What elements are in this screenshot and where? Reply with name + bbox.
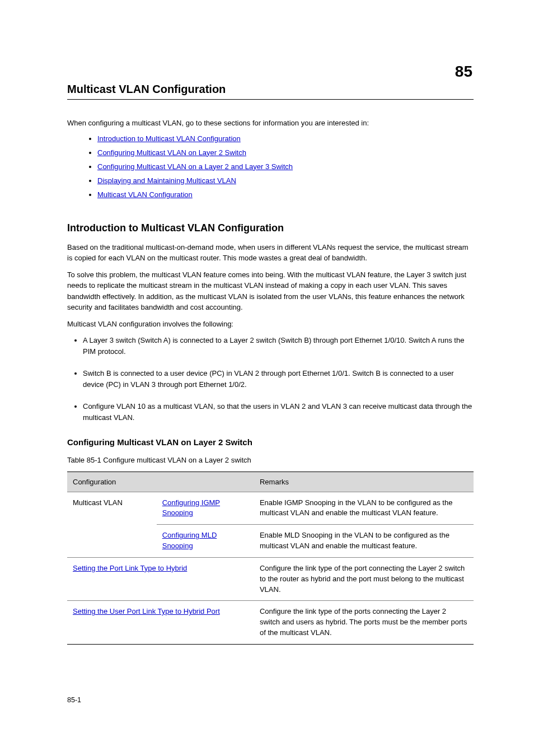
- toc-link[interactable]: Multicast VLAN Configuration: [97, 190, 193, 199]
- table-cell: Setting the User Port Link Type to Hybri…: [67, 601, 254, 645]
- table-link[interactable]: Configuring IGMP Snooping: [162, 498, 220, 517]
- table-cell: Setting the Port Link Type to Hybrid: [67, 557, 254, 601]
- body-paragraph: Based on the traditional multicast-on-de…: [67, 242, 474, 264]
- toc-link[interactable]: Configuring Multicast VLAN on a Layer 2 …: [97, 162, 293, 171]
- table-cell: Configuring IGMP Snooping: [157, 492, 254, 525]
- list-item: Introduction to Multicast VLAN Configura…: [97, 134, 474, 143]
- toc-link[interactable]: Displaying and Maintaining Multicast VLA…: [97, 176, 236, 185]
- table-header-remarks: Remarks: [254, 472, 474, 492]
- table-header-config: Configuration: [67, 472, 254, 492]
- config-table: Configuration Remarks Multicast VLAN Con…: [67, 472, 474, 645]
- table-link[interactable]: Configuring MLD Snooping: [162, 531, 217, 550]
- table-link[interactable]: Setting the Port Link Type to Hybrid: [73, 564, 187, 572]
- section-heading-intro: Introduction to Multicast VLAN Configura…: [67, 222, 474, 234]
- scenario-list: A Layer 3 switch (Switch A) is connected…: [83, 335, 474, 423]
- table-cell: Configuring MLD Snooping: [157, 525, 254, 558]
- toc-link[interactable]: Introduction to Multicast VLAN Configura…: [97, 134, 241, 143]
- table-caption: Table 85-1 Configure multicast VLAN on a…: [67, 455, 474, 466]
- table-cell: Configure the link type of the port conn…: [254, 557, 474, 601]
- chapter-title: Multicast VLAN Configuration: [67, 83, 474, 96]
- table-cell: Enable MLD Snooping in the VLAN to be co…: [254, 525, 474, 558]
- table-link[interactable]: Setting the User Port Link Type to Hybri…: [73, 607, 220, 615]
- chapter-number: 85: [67, 63, 474, 81]
- title-rule: [67, 99, 474, 100]
- table-cell: Enable IGMP Snooping in the VLAN to be c…: [254, 492, 474, 525]
- section-heading-layer2: Configuring Multicast VLAN on Layer 2 Sw…: [67, 437, 474, 447]
- intro-paragraph: When configuring a multicast VLAN, go to…: [67, 118, 474, 129]
- list-item: Displaying and Maintaining Multicast VLA…: [97, 176, 474, 185]
- toc-link[interactable]: Configuring Multicast VLAN on Layer 2 Sw…: [97, 148, 246, 157]
- list-item: A Layer 3 switch (Switch A) is connected…: [83, 335, 474, 357]
- table-cell: Multicast VLAN: [67, 492, 157, 557]
- table-cell: Configure the link type of the ports con…: [254, 601, 474, 645]
- toc-list: Introduction to Multicast VLAN Configura…: [97, 134, 474, 199]
- list-item: Configuring Multicast VLAN on a Layer 2 …: [97, 162, 474, 171]
- list-item: Switch B is connected to a user device (…: [83, 368, 474, 390]
- body-paragraph: Multicast VLAN configuration involves th…: [67, 319, 474, 330]
- list-item: Configuring Multicast VLAN on Layer 2 Sw…: [97, 148, 474, 157]
- body-paragraph: To solve this problem, the multicast VLA…: [67, 269, 474, 313]
- page-footer: 85-1: [67, 696, 474, 704]
- list-item: Configure VLAN 10 as a multicast VLAN, s…: [83, 401, 474, 423]
- list-item: Multicast VLAN Configuration: [97, 190, 474, 199]
